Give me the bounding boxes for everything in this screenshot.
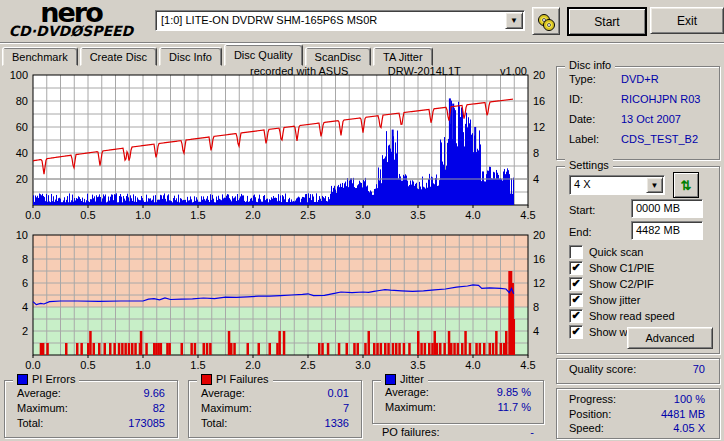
show-c1-pie-checkbox[interactable]: ✔ Show C1/PIE [569,261,654,275]
stat-label: Maximum: [17,402,68,414]
quality-score-label: Quality score: [569,363,636,375]
progress-box: Progress:100 % Position:4481 MB Speed:4.… [556,388,720,439]
stat-value: 1336 [325,417,349,429]
nero-logo-text: nero [6,2,136,24]
pi-errors-stats-title: PI Errors [13,373,79,385]
svg-text:4: 4 [533,173,539,185]
svg-text:4.5: 4.5 [520,209,535,221]
svg-text:3.0: 3.0 [355,209,370,221]
svg-text:0.5: 0.5 [80,359,95,371]
disc-type-label: Type: [569,73,596,85]
svg-text:8: 8 [533,301,539,313]
svg-text:20: 20 [533,229,545,241]
tab-strip: Benchmark Create Disc Disc Info Disc Qua… [2,44,542,65]
jitter-stats-title: Jitter [381,373,428,385]
pi-failures-stats-title: PI Failures [197,373,273,385]
position-value: 4481 MB [661,408,705,420]
speed-select-value: 4 X [574,178,591,190]
settings-title: Settings [565,159,613,171]
svg-text:4.0: 4.0 [465,359,480,371]
stat-value: 82 [153,402,165,414]
pi-failures-stats-box: PI Failures Average:0.01 Maximum:7 Total… [188,380,362,438]
checkbox-box[interactable] [569,245,583,259]
svg-text:100: 100 [10,69,28,81]
start-button[interactable]: Start [567,7,647,36]
drive-selector-value: [1:0] LITE-ON DVDRW SHM-165P6S MS0R [161,14,377,26]
settings-group: Settings 4 X ▼ ⇅ Start: 0000 MB End: 448… [556,166,720,354]
svg-text:20: 20 [533,69,545,81]
svg-text:2.5: 2.5 [300,359,315,371]
drive-selector[interactable]: [1:0] LITE-ON DVDRW SHM-165P6S MS0R ▼ [155,10,525,31]
quality-score-box: Quality score: 70 [556,358,720,384]
checkbox-box[interactable]: ✔ [569,277,583,291]
svg-text:4: 4 [533,325,539,337]
drive-selector-dropdown-button[interactable]: ▼ [505,12,523,29]
disc-label-value: CDS_TEST_B2 [621,133,698,145]
checkbox-box[interactable]: ✔ [569,309,583,323]
stat-label: Average: [201,387,245,399]
svg-text:80: 80 [16,95,28,107]
disc-id-value: RICOHJPN R03 [621,93,700,105]
start-position-input[interactable]: 0000 MB [631,199,703,218]
tab-disc-quality[interactable]: Disc Quality [224,44,303,66]
svg-text:4.0: 4.0 [465,209,480,221]
exit-button[interactable]: Exit [650,7,724,34]
show-jitter-checkbox[interactable]: ✔ Show jitter [569,293,640,307]
refresh-button[interactable]: ⇅ [673,172,699,198]
speed-value: 4.05 X [673,422,705,434]
svg-text:4.5: 4.5 [520,359,535,371]
svg-text:1.0: 1.0 [135,209,150,221]
show-c2-pif-checkbox[interactable]: ✔ Show C2/PIF [569,277,654,291]
stat-label: Maximum: [385,401,436,413]
stat-label: Average: [17,387,61,399]
svg-text:1.5: 1.5 [190,209,205,221]
quality-score-value: 70 [693,363,705,375]
nero-cd-dvd-speed-window: { "window": { "logo_line1": "nero", "log… [0,0,724,441]
pi-errors-chart: 10080604020201612840.00.51.01.52.02.53.0… [0,64,548,222]
eject-disc-button[interactable] [532,7,560,35]
svg-text:3.5: 3.5 [410,359,425,371]
pi-failures-legend-swatch [201,374,212,385]
svg-text:6: 6 [22,277,28,289]
svg-text:0.0: 0.0 [25,359,40,371]
stat-value: 9.85 % [497,386,531,398]
po-failures-row: PO failures: - [382,426,534,438]
svg-text:1.0: 1.0 [135,359,150,371]
svg-text:16: 16 [533,95,545,107]
svg-text:1.5: 1.5 [190,359,205,371]
quick-scan-checkbox[interactable]: Quick scan [569,245,643,259]
svg-text:2.5: 2.5 [300,209,315,221]
svg-text:16: 16 [533,253,545,265]
checkbox-box[interactable]: ✔ [569,325,583,339]
speed-select-dropdown-button[interactable]: ▼ [646,177,663,193]
checkbox-box[interactable]: ✔ [569,261,583,275]
svg-text:0.5: 0.5 [80,209,95,221]
svg-text:8: 8 [22,253,28,265]
pi-errors-legend-swatch [17,374,28,385]
stat-label: Total: [17,417,43,429]
stat-value: 9.66 [144,387,165,399]
svg-text:12: 12 [533,277,545,289]
speed-select[interactable]: 4 X ▼ [569,175,665,195]
end-position-input[interactable]: 4482 MB [631,221,703,240]
jitter-legend-swatch [385,374,396,385]
disc-label-label: Label: [569,133,599,145]
svg-text:12: 12 [533,121,545,133]
position-label: Position: [569,408,611,420]
svg-text:40: 40 [16,147,28,159]
progress-label: Progress: [569,393,616,405]
advanced-button[interactable]: Advanced [627,327,713,349]
svg-text:4: 4 [22,301,28,313]
svg-text:10: 10 [16,229,28,241]
checkbox-box[interactable]: ✔ [569,293,583,307]
pi-errors-stats-box: PI Errors Average:9.66 Maximum:82 Total:… [4,380,178,438]
end-position-label: End: [569,226,592,238]
disc-info-title: Disc info [565,59,615,71]
stat-label: Total: [201,417,227,429]
po-failures-value: - [530,426,534,438]
show-read-speed-checkbox[interactable]: ✔ Show read speed [569,309,675,323]
disc-id-label: ID: [569,93,583,105]
nero-logo: nero CD·DVDØSPEED [6,2,136,38]
disc-icon [543,19,555,31]
disc-info-group: Disc info Type: DVD+R ID: RICOHJPN R03 D… [556,66,720,160]
